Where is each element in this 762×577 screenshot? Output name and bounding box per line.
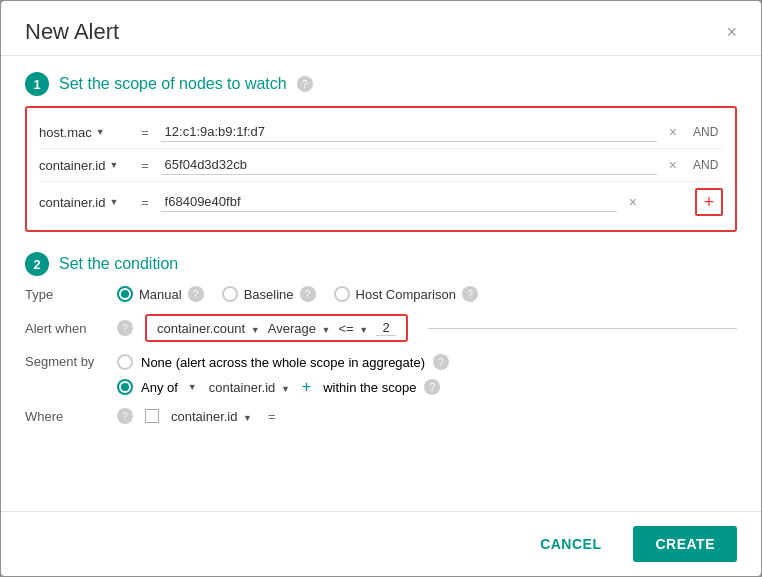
radio-baseline[interactable]: Baseline ?: [222, 286, 316, 302]
where-field-value[interactable]: container.id ▼: [171, 409, 252, 424]
scope-field-caret-3: ▼: [110, 197, 119, 207]
scope-clear-1[interactable]: ×: [665, 124, 681, 140]
alert-field-value[interactable]: container.count ▼: [157, 321, 260, 336]
where-checkbox[interactable]: [145, 409, 159, 423]
segment-by-label: Segment by: [25, 354, 105, 369]
where-label: Where: [25, 409, 105, 424]
segment-plus-button[interactable]: +: [298, 378, 315, 396]
step1-circle: 1: [25, 72, 49, 96]
scope-field-2[interactable]: container.id ▼: [39, 158, 129, 173]
scope-row: container.id ▼ = × AND: [39, 149, 723, 182]
manual-help-icon[interactable]: ?: [188, 286, 204, 302]
radio-host-comparison[interactable]: Host Comparison ?: [334, 286, 478, 302]
scope-row: container.id ▼ = × +: [39, 182, 723, 222]
close-button[interactable]: ×: [726, 23, 737, 41]
step2-circle: 2: [25, 252, 49, 276]
section1-help-icon[interactable]: ?: [297, 76, 313, 92]
alert-when-label: Alert when: [25, 321, 105, 336]
segment-field-value[interactable]: container.id ▼: [209, 380, 290, 395]
within-scope-help-icon[interactable]: ?: [424, 379, 440, 395]
cancel-button[interactable]: CANCEL: [518, 526, 623, 562]
section2: 2 Set the condition Type Manual ?: [25, 252, 737, 436]
modal: New Alert × 1 Set the scope of nodes to …: [1, 1, 761, 576]
modal-body: 1 Set the scope of nodes to watch ? host…: [1, 56, 761, 511]
section1: 1 Set the scope of nodes to watch ? host…: [25, 72, 737, 232]
alert-when-box: container.count ▼ Average ▼ <= ▼ 2: [145, 314, 408, 342]
scope-field-3[interactable]: container.id ▼: [39, 195, 129, 210]
alert-operator-value[interactable]: <= ▼: [338, 321, 368, 336]
scope-and-2: AND: [693, 158, 723, 172]
segment-none-label: None (alert across the whole scope in ag…: [141, 355, 425, 370]
type-radio-group: Manual ? Baseline ? Host Comparison ?: [117, 286, 478, 302]
scope-field-label-2: container.id: [39, 158, 106, 173]
scope-input-2[interactable]: [161, 155, 657, 175]
scope-row: host.mac ▼ = × AND: [39, 116, 723, 149]
alert-when-divider: [428, 328, 737, 329]
within-scope-text: within the scope: [323, 380, 416, 395]
segment-anyof-radio[interactable]: [117, 379, 133, 395]
scope-field-caret-2: ▼: [110, 160, 119, 170]
scope-input-1[interactable]: [161, 122, 657, 142]
section2-header: 2 Set the condition: [25, 252, 737, 276]
section1-title: Set the scope of nodes to watch: [59, 75, 287, 93]
baseline-help-icon[interactable]: ?: [300, 286, 316, 302]
where-help-icon[interactable]: ?: [117, 408, 133, 424]
scope-clear-2[interactable]: ×: [665, 157, 681, 173]
segment-by-row: Segment by None (alert across the whole …: [25, 354, 737, 396]
scope-op-3: =: [137, 195, 153, 210]
segment-options: None (alert across the whole scope in ag…: [117, 354, 449, 396]
add-scope-button[interactable]: +: [695, 188, 723, 216]
where-op: =: [264, 409, 280, 424]
host-comparison-help-icon[interactable]: ?: [462, 286, 478, 302]
scope-op-2: =: [137, 158, 153, 173]
type-row: Type Manual ? Baseline ?: [25, 286, 737, 302]
segment-none-help-icon[interactable]: ?: [433, 354, 449, 370]
scope-field-label-3: container.id: [39, 195, 106, 210]
modal-overlay: New Alert × 1 Set the scope of nodes to …: [0, 0, 762, 577]
segment-anyof-label: Any of: [141, 380, 178, 395]
radio-baseline-circle: [222, 286, 238, 302]
type-label: Type: [25, 287, 105, 302]
scope-field-caret-1: ▼: [96, 127, 105, 137]
section2-title: Set the condition: [59, 255, 178, 273]
create-button[interactable]: CREATE: [633, 526, 737, 562]
scope-input-3[interactable]: [161, 192, 617, 212]
radio-manual-label: Manual: [139, 287, 182, 302]
modal-header: New Alert ×: [1, 1, 761, 56]
modal-footer: CANCEL CREATE: [1, 511, 761, 576]
scope-clear-3[interactable]: ×: [625, 194, 641, 210]
radio-baseline-label: Baseline: [244, 287, 294, 302]
segment-none-row: None (alert across the whole scope in ag…: [117, 354, 449, 370]
segment-anyof-row: Any of ▼ container.id ▼ + within the sco…: [117, 378, 449, 396]
where-row: Where ? container.id ▼ =: [25, 408, 737, 424]
radio-host-comparison-circle: [334, 286, 350, 302]
alert-when-row: Alert when ? container.count ▼ Average ▼…: [25, 314, 737, 342]
alert-when-help-icon[interactable]: ?: [117, 320, 133, 336]
alert-aggregation-value[interactable]: Average ▼: [268, 321, 331, 336]
scope-field-label-1: host.mac: [39, 125, 92, 140]
segment-none-radio[interactable]: [117, 354, 133, 370]
radio-manual[interactable]: Manual ?: [117, 286, 204, 302]
scope-field-1[interactable]: host.mac ▼: [39, 125, 129, 140]
scope-box: host.mac ▼ = × AND container.id ▼: [25, 106, 737, 232]
section1-header: 1 Set the scope of nodes to watch ?: [25, 72, 737, 96]
radio-manual-circle: [117, 286, 133, 302]
scope-and-1: AND: [693, 125, 723, 139]
alert-threshold-value[interactable]: 2: [376, 320, 396, 336]
scope-op-1: =: [137, 125, 153, 140]
modal-title: New Alert: [25, 19, 119, 45]
anyof-caret: ▼: [188, 382, 197, 392]
radio-host-comparison-label: Host Comparison: [356, 287, 456, 302]
